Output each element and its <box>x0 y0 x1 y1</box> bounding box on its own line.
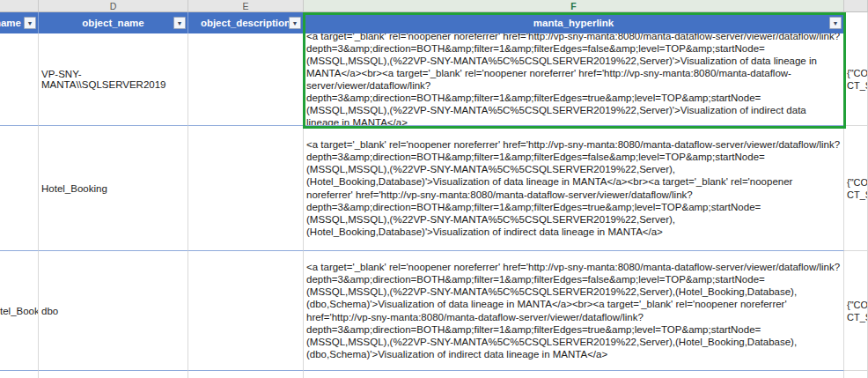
cell-c3[interactable] <box>0 126 39 251</box>
header-label-manta-hyperlink: manta_hyperlink <box>533 18 614 28</box>
cell-f5[interactable] <box>304 371 844 378</box>
cell-g3[interactable]: {"CON CT_SC <box>844 126 868 251</box>
cell-text: <a target='_blank' rel='noopener norefer… <box>306 261 841 360</box>
column-letter-e[interactable]: E <box>188 0 304 12</box>
cell-e3-object-description[interactable] <box>188 126 304 251</box>
table-row-partial <box>0 371 868 378</box>
header-cell-name[interactable]: name ▼ <box>0 12 39 33</box>
column-letter-c[interactable] <box>0 0 39 12</box>
cell-e4-object-description[interactable] <box>188 251 304 371</box>
table-row: Hotel_Booking <a target='_blank' rel='no… <box>0 126 868 251</box>
cell-e2-object-description[interactable] <box>188 33 304 126</box>
cell-g4[interactable]: {"CON CT_SC <box>844 251 868 371</box>
cell-d4-object-name[interactable]: dbo <box>39 251 188 371</box>
cell-c5[interactable] <box>0 371 39 378</box>
table-row: VP-SNY-MANTA\\SQLSERVER2019 <a target='_… <box>0 33 868 126</box>
cell-text: <a target='_blank' rel='noopener norefer… <box>306 138 841 238</box>
header-label-name: name <box>0 18 21 28</box>
cell-e5[interactable] <box>188 371 304 378</box>
header-cell-object-description[interactable]: object_description ▼ <box>188 12 304 33</box>
filter-dropdown-icon[interactable]: ▼ <box>289 17 301 29</box>
header-cell-object-name[interactable]: object_name ▼ <box>39 12 188 33</box>
cell-g5[interactable] <box>844 371 868 378</box>
header-label-object-name: object_name <box>82 18 143 28</box>
cell-text: {"CON CT_SC <box>847 67 868 92</box>
header-cell-g[interactable] <box>844 12 868 33</box>
cell-d3-object-name[interactable]: Hotel_Booking <box>39 126 188 251</box>
cell-c4[interactable]: tel_Book <box>0 251 39 371</box>
column-letter-f[interactable]: F <box>304 0 844 12</box>
table-row: tel_Book dbo <a target='_blank' rel='noo… <box>0 251 868 371</box>
cell-c2[interactable] <box>0 33 39 126</box>
filter-dropdown-icon[interactable]: ▼ <box>24 17 36 29</box>
column-letter-d[interactable]: D <box>39 0 188 12</box>
cell-f2-manta-hyperlink[interactable]: <a target='_blank' rel='noopener norefer… <box>304 33 844 126</box>
header-cell-manta-hyperlink[interactable]: manta_hyperlink ▼ <box>304 12 844 33</box>
column-letters-row: D E F <box>0 0 868 12</box>
cell-text: {"CON CT_SC <box>847 176 868 201</box>
header-label-object-description: object_description <box>201 18 291 28</box>
filter-dropdown-icon[interactable]: ▼ <box>173 17 186 29</box>
filter-dropdown-icon[interactable]: ▼ <box>829 17 842 29</box>
spreadsheet: D E F name ▼ object_name ▼ object_descri… <box>0 0 868 378</box>
cell-d2-object-name[interactable]: VP-SNY-MANTA\\SQLSERVER2019 <box>39 33 188 126</box>
cell-d5[interactable] <box>39 371 188 378</box>
cell-f4-manta-hyperlink[interactable]: <a target='_blank' rel='noopener norefer… <box>304 251 844 371</box>
cell-g2[interactable]: {"CON CT_SC <box>844 33 868 126</box>
column-letter-g[interactable] <box>844 0 868 12</box>
cell-text: {"CON CT_SC <box>847 299 868 323</box>
table-header-row: name ▼ object_name ▼ object_description … <box>0 12 868 33</box>
cell-f3-manta-hyperlink[interactable]: <a target='_blank' rel='noopener norefer… <box>304 126 844 251</box>
cell-text: <a target='_blank' rel='noopener norefer… <box>306 33 841 126</box>
